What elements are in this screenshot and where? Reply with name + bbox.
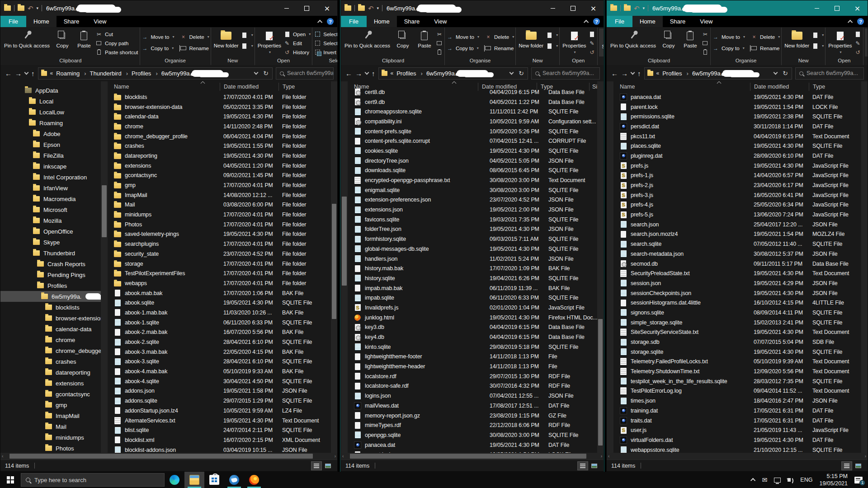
vertical-scrollbar-right[interactable] xyxy=(597,81,604,453)
file-row[interactable]: localstore-safe.rdf 30/07/2016 4:32 PM R… xyxy=(348,381,597,391)
back-button[interactable]: ← xyxy=(5,70,12,77)
column-header-name[interactable]: Name xyxy=(613,84,750,90)
file-row[interactable]: abook-2.sqlite 28/04/2021 6:10 PM SQLITE… xyxy=(108,337,331,347)
tab-view[interactable]: View xyxy=(693,16,720,27)
file-row[interactable]: handlers.json 11/02/2021 5:24 PM JSON Fi… xyxy=(348,254,597,264)
tree-item[interactable]: extensions xyxy=(0,378,101,389)
tab-home[interactable]: Home xyxy=(26,16,57,27)
tree-item[interactable]: Crash Reports xyxy=(0,258,101,269)
tree-item[interactable]: browser-extension- xyxy=(0,313,101,324)
copy-to-button[interactable]: → Copy to▾ xyxy=(142,44,175,52)
horizontal-scrollbar[interactable]: ‹ › xyxy=(607,453,868,460)
tree-item[interactable]: chrome_debugger_ xyxy=(0,345,101,356)
details-view-button[interactable] xyxy=(578,462,588,470)
delete-button[interactable]: × Delete▾ xyxy=(179,33,209,41)
breadcrumb-segment[interactable]: 6w5my99a. xyxy=(417,70,489,77)
tree-item[interactable]: OpenOffice xyxy=(0,226,101,237)
search-input[interactable]: Search 6w5my99a... xyxy=(795,67,864,80)
column-header-size[interactable]: Si xyxy=(589,83,597,91)
taskbar-search-input[interactable]: Type here to search xyxy=(21,473,165,487)
file-row[interactable]: storage.sqlite 19/05/2021 4:30 PM SQLITE… xyxy=(613,347,861,357)
qat-customize-caret-icon[interactable]: ▾ xyxy=(643,6,645,10)
breadcrumb-segment[interactable]: Thunderbird xyxy=(80,70,121,77)
file-row[interactable]: storage 17/07/2020 4:01 PM File folder xyxy=(108,259,331,269)
tree-item[interactable]: Local xyxy=(0,96,101,107)
tree-item[interactable]: minidumps xyxy=(0,432,101,443)
file-row[interactable]: history.sqlite 19/04/2021 6:26 PM SQLITE… xyxy=(348,273,597,283)
file-row[interactable]: abook-1.sqlite 06/11/2020 6:33 PM SQLITE… xyxy=(108,318,331,328)
thumbnails-view-button[interactable] xyxy=(589,462,599,470)
file-row[interactable]: datareporting 19/05/2021 4:30 PM File fo… xyxy=(108,151,331,161)
file-row[interactable]: ImapMail 14/08/2020 12:12 ... File folde… xyxy=(108,190,331,200)
tree-item[interactable]: blocklists xyxy=(0,302,101,313)
copy-path-button[interactable] xyxy=(436,39,443,47)
tree-item[interactable]: Roaming xyxy=(0,117,101,128)
file-row[interactable]: signons.sqlite 08/09/2014 4:11 PM SQLITE… xyxy=(613,308,861,318)
new-folder-button[interactable]: New folder xyxy=(783,28,811,49)
file-row[interactable]: cookies.sqlite 19/05/2021 4:30 PM SQLITE… xyxy=(348,146,597,156)
file-row[interactable]: enigmail.sqlite 30/08/2020 3:00 PM SQLIT… xyxy=(348,185,597,195)
back-button[interactable]: ← xyxy=(345,70,352,77)
new-folder-button[interactable]: New folder xyxy=(212,28,240,49)
collapse-ribbon-icon[interactable] xyxy=(848,19,853,24)
up-button[interactable]: ↑ xyxy=(31,70,35,77)
copy-path-button[interactable] xyxy=(702,39,709,47)
collapse-ribbon-icon[interactable] xyxy=(317,19,322,24)
help-icon[interactable]: ? xyxy=(857,18,864,25)
new-folder-button[interactable]: New folder xyxy=(517,28,545,49)
help-icon[interactable]: ? xyxy=(593,18,600,25)
file-row[interactable]: traits.dat 17/05/2021 6:31 PM DAT File xyxy=(613,416,861,426)
file-row[interactable]: testpilot_week_in_the_life_results.sqlit… xyxy=(613,376,861,386)
breadcrumb-segment[interactable]: Profiles xyxy=(396,70,416,77)
tab-share[interactable]: Share xyxy=(663,16,693,27)
pin-to-quick-access-button[interactable]: Pin to Quick access xyxy=(609,28,657,49)
file-row[interactable]: favicons.sqlite 19/03/2021 7:35 PM SQLIT… xyxy=(348,215,597,225)
file-row[interactable]: browser-extension-data 05/02/2021 3:35 P… xyxy=(108,102,331,112)
tree-item[interactable]: Mozilla xyxy=(0,215,101,226)
maximize-button[interactable] xyxy=(563,0,583,16)
breadcrumb-segment[interactable]: Profiles xyxy=(662,70,682,77)
undo-icon[interactable]: ↶ xyxy=(634,5,640,12)
start-button[interactable] xyxy=(0,472,21,488)
scroll-right-arrow-icon[interactable]: › xyxy=(601,454,602,459)
file-row[interactable]: folderTree.json 19/05/2021 4:30 PM JSON … xyxy=(348,225,597,235)
title-bar[interactable]: ↶ ▾ 6w5my99a. × xyxy=(607,0,868,16)
cut-button[interactable]: ✂ xyxy=(436,30,443,38)
file-row[interactable]: history.mab.bak 17/07/2020 1:09 PM BAK F… xyxy=(348,263,597,273)
file-row[interactable]: junklog.html 19/05/2021 4:30 PM Firefox … xyxy=(348,313,597,323)
rename-button[interactable]: Rename xyxy=(485,44,514,52)
vertical-scrollbar[interactable] xyxy=(101,81,108,453)
file-row[interactable]: abook-2.mab.bak 16/07/2020 5:56 PM BAK F… xyxy=(108,328,331,338)
column-header-type[interactable]: Type xyxy=(278,83,331,91)
delete-button[interactable]: × Delete▾ xyxy=(750,33,780,41)
pin-to-quick-access-button[interactable]: Pin to Quick access xyxy=(3,28,51,49)
file-row[interactable]: sessionCheckpoints.json 19/05/2021 4:30 … xyxy=(613,288,861,298)
select-button[interactable]: Select ▾ xyxy=(865,28,868,56)
up-button[interactable]: ↑ xyxy=(372,70,375,77)
tray-expand-icon[interactable] xyxy=(750,478,755,483)
vertical-scrollbar[interactable] xyxy=(607,81,613,453)
tree-item[interactable]: Macromedia xyxy=(0,193,101,204)
tab-home[interactable]: Home xyxy=(632,16,663,27)
file-row[interactable]: SiteSecurityServiceState.txt 19/05/2021 … xyxy=(613,328,861,338)
breadcrumb-overflow-icon[interactable]: « xyxy=(656,70,660,76)
minimize-button[interactable] xyxy=(807,0,827,16)
mail-tray-icon[interactable]: ✉ xyxy=(762,476,768,483)
folder-icon[interactable] xyxy=(344,5,351,11)
file-row[interactable]: key3.db 04/04/2019 6:15 PM Data Base Fil… xyxy=(348,323,597,333)
file-row[interactable]: TestPilotErrorLog.log 09/04/2014 11:52 .… xyxy=(613,386,861,396)
file-row[interactable]: search.json 25/04/2017 12:20 ... JSON Fi… xyxy=(613,220,861,230)
address-bar[interactable]: « Roaming Thunderbird Profiles xyxy=(38,67,273,80)
file-row[interactable]: search-metadata.json 30/08/2012 5:37 PM … xyxy=(613,249,861,259)
scrollbar-handle[interactable] xyxy=(342,197,347,286)
tree-item[interactable]: ImapMail xyxy=(0,410,101,421)
easy-access-button[interactable]: ▾ xyxy=(241,31,253,39)
up-button[interactable]: ↑ xyxy=(637,70,641,77)
column-header-date-modified[interactable]: Date modified xyxy=(478,83,537,91)
tree-item[interactable]: Photos xyxy=(0,443,101,453)
file-row[interactable]: abook.mab.bak 17/07/2020 1:06 PM BAK Fil… xyxy=(108,288,331,298)
thumbnails-view-button[interactable] xyxy=(853,462,863,470)
file-row[interactable]: storage.sdb 07/07/2015 5:04 PM SDB File xyxy=(613,337,861,347)
open-button[interactable] xyxy=(589,30,596,38)
title-bar[interactable]: ↶ ▾ 6w5my99a. × xyxy=(0,0,337,16)
